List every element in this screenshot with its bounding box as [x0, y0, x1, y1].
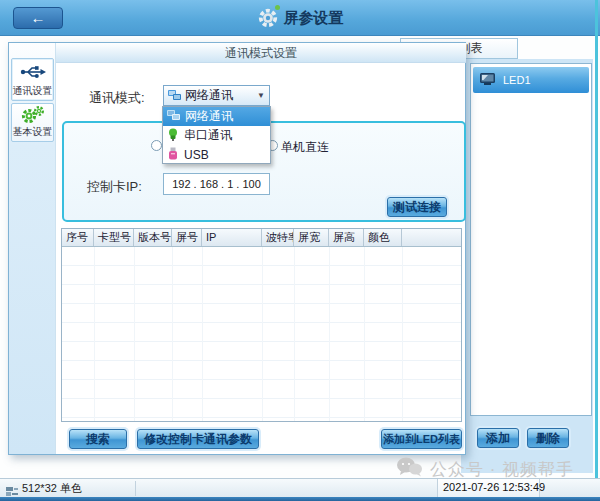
back-arrow-icon: ← — [31, 9, 46, 26]
dialog-title: 通讯模式设置 — [56, 43, 466, 63]
statusbar: 512*32 单色 2021-07-26 12:53:49 — [0, 478, 600, 497]
gear-icon — [257, 7, 279, 29]
statusbar-datetime: 2021-07-26 12:53:49 — [443, 481, 545, 493]
window-bottom-border — [0, 497, 600, 501]
standalone-radio-label: 单机直连 — [281, 139, 329, 156]
search-button[interactable]: 搜索 — [69, 429, 127, 449]
device-table: 序号 卡型号 版本号 屏号 IP 波特率 屏宽 屏高 颜色 — [61, 228, 462, 422]
dropdown-option-usb[interactable]: USB — [163, 145, 270, 164]
back-button[interactable]: ← — [13, 7, 63, 29]
gears-icon — [20, 104, 46, 125]
add-button[interactable]: 添加 — [477, 428, 519, 448]
modify-card-params-button[interactable]: 修改控制卡通讯参数 — [137, 429, 259, 449]
chevron-down-icon: ▼ — [257, 91, 265, 100]
usb-icon — [19, 59, 47, 84]
col-header-ip: IP — [202, 229, 262, 246]
app-window: 屏参设置 ← LED列表 LED1 添加 删除 通讯模式设置 — [0, 0, 600, 501]
screen-spec-text: 512*32 单色 — [22, 481, 82, 496]
lan-radio[interactable] — [151, 140, 162, 151]
col-header-extra — [402, 229, 460, 246]
table-body — [62, 247, 461, 421]
ip-input[interactable] — [163, 173, 270, 195]
col-header-baud: 波特率 — [262, 229, 294, 246]
sidebar-item-basic-settings[interactable]: 基本设置 — [11, 103, 54, 142]
sidebar-item-label: 通讯设置 — [13, 84, 53, 98]
sidebar-item-label: 基本设置 — [13, 125, 53, 139]
test-connection-button[interactable]: 测试连接 — [387, 197, 447, 217]
col-header-height: 屏高 — [329, 229, 364, 246]
col-header-width: 屏宽 — [294, 229, 329, 246]
dropdown-option-label: USB — [184, 148, 209, 162]
col-header-index: 序号 — [62, 229, 94, 246]
col-header-card-model: 卡型号 — [94, 229, 134, 246]
titlebar: 屏参设置 ← — [0, 0, 600, 36]
add-to-led-list-button[interactable]: 添加到LED列表 — [381, 429, 462, 449]
network-icon — [168, 87, 181, 105]
comm-mode-dialog: 通讯模式设置 通讯设置 — [8, 42, 466, 455]
ip-label: 控制卡IP: — [87, 178, 142, 196]
col-header-version: 版本号 — [134, 229, 172, 246]
led-screen-icon — [479, 72, 497, 88]
sidebar-item-comm-settings[interactable]: 通讯设置 — [11, 58, 54, 101]
col-header-color: 颜色 — [364, 229, 402, 246]
comm-mode-select[interactable]: 网络通讯 ▼ — [163, 85, 270, 106]
usb-drive-icon — [167, 147, 179, 163]
led-list: LED1 — [470, 63, 592, 416]
comm-mode-label: 通讯模式: — [89, 89, 145, 107]
delete-button[interactable]: 删除 — [527, 428, 569, 448]
app-title: 屏参设置 — [0, 0, 600, 36]
serial-port-icon — [167, 128, 179, 144]
col-header-screen-no: 屏号 — [172, 229, 202, 246]
led-item-label: LED1 — [503, 74, 531, 86]
network-icon — [167, 110, 180, 124]
dialog-sidebar: 通讯设置 基本设置 — [9, 43, 56, 454]
page-title: 屏参设置 — [284, 9, 344, 28]
dropdown-option-label: 网络通讯 — [185, 108, 233, 125]
dropdown-option-network[interactable]: 网络通讯 — [163, 107, 270, 126]
table-header-row: 序号 卡型号 版本号 屏号 IP 波特率 屏宽 屏高 颜色 — [62, 229, 461, 247]
window-right-border — [595, 0, 598, 497]
comm-mode-value: 网络通讯 — [185, 87, 233, 104]
dropdown-option-label: 串口通讯 — [184, 127, 232, 144]
led-list-item[interactable]: LED1 — [473, 67, 589, 93]
comm-mode-dropdown: 网络通讯 串口通讯 — [162, 106, 271, 164]
dropdown-option-serial[interactable]: 串口通讯 — [163, 126, 270, 145]
